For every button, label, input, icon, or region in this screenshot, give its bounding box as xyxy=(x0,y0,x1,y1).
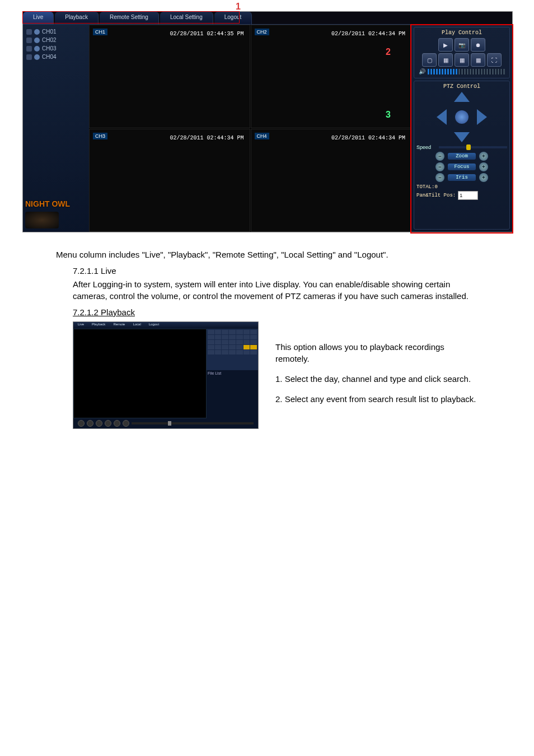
camera-timestamp: 02/28/2011 02:44:34 PM xyxy=(331,135,405,141)
dvr-live-screenshot: 1 Live Playback Remote Setting Local Set… xyxy=(22,11,513,232)
thumb-menu: LivePlaybackRemoteLocalLogout xyxy=(73,322,258,329)
ptz-right-button[interactable] xyxy=(477,109,487,125)
thumb-calendar xyxy=(207,329,258,370)
ptz-down-button[interactable] xyxy=(454,132,470,142)
camera-label: CH4 xyxy=(255,133,269,139)
tab-playback[interactable]: Playback xyxy=(55,12,99,24)
iris-label: Iris xyxy=(448,174,476,181)
ptz-up-button[interactable] xyxy=(454,92,470,102)
record-icon xyxy=(26,38,32,43)
thumb-file-list: File List xyxy=(207,370,258,418)
channel-item[interactable]: CH01 xyxy=(25,28,87,35)
channel-item[interactable]: CH04 xyxy=(25,53,87,60)
ptz-control-panel: PTZ Control Speed − Zoom xyxy=(414,81,510,230)
camera-view[interactable]: CH3 02/28/2011 02:44:34 PM xyxy=(89,129,250,232)
camera-view[interactable]: CH1 02/28/2011 02:44:35 PM xyxy=(89,25,250,128)
layout-1-button[interactable]: ▢ xyxy=(422,53,437,67)
menu-description: Menu column includes "Live", "Playback",… xyxy=(56,249,478,260)
panel-title: Play Control xyxy=(416,30,507,36)
status-icon xyxy=(34,29,40,35)
focus-label: Focus xyxy=(448,164,476,170)
tab-live[interactable]: Live xyxy=(23,12,54,24)
pantilt-input[interactable] xyxy=(458,191,478,200)
zoom-out-button[interactable]: − xyxy=(435,152,444,161)
record-icon xyxy=(26,54,32,60)
channel-label: CH03 xyxy=(42,45,57,52)
annotation-number-1: 1 xyxy=(236,2,241,12)
channel-label: CH02 xyxy=(42,37,57,43)
camera-timestamp: 02/28/2011 02:44:34 PM xyxy=(170,135,243,141)
tab-logout[interactable]: Logout xyxy=(214,12,252,24)
thumb-playback-controls xyxy=(73,418,258,428)
panel-title: PTZ Control xyxy=(416,83,507,90)
volume-slider[interactable] xyxy=(428,69,505,74)
iris-close-button[interactable]: − xyxy=(435,173,444,182)
pantilt-label: Pan&Tilt Pos: xyxy=(416,193,456,198)
live-paragraph: After Logging-in to system, system will … xyxy=(73,279,478,302)
channel-sidebar: CH01 CH02 CH03 CH04 xyxy=(23,25,89,232)
section-heading-playback: 7.2.1.2 Playback xyxy=(73,307,478,317)
camera-label: CH1 xyxy=(93,29,107,35)
channel-item[interactable]: CH02 xyxy=(25,36,87,44)
volume-icon: 🔊 xyxy=(419,68,425,74)
layout-9-button[interactable]: ▦ xyxy=(455,53,469,67)
channel-label: CH04 xyxy=(42,54,57,60)
zoom-in-button[interactable]: + xyxy=(479,152,488,161)
status-icon xyxy=(34,38,40,43)
playback-paragraph-2: 1. Select the day, channel and type and … xyxy=(275,373,478,385)
layout-4-button[interactable]: ▦ xyxy=(438,53,453,67)
speed-label: Speed xyxy=(416,144,437,150)
control-sidebar: Play Control ▶ 📷 ⏺ ▢ ▦ ▦ ▦ ⛶ 🔊 xyxy=(411,25,512,232)
status-icon xyxy=(34,46,40,52)
play-button[interactable]: ▶ xyxy=(438,38,453,52)
thumb-video-area xyxy=(73,329,207,418)
playback-paragraph-1: This option allows you to playback recor… xyxy=(275,341,478,365)
ptz-total: TOTAL:0 xyxy=(416,184,507,190)
play-control-panel: Play Control ▶ 📷 ⏺ ▢ ▦ ▦ ▦ ⛶ 🔊 xyxy=(414,27,510,78)
ptz-direction-pad xyxy=(437,92,487,142)
zoom-label: Zoom xyxy=(448,153,476,160)
annotation-number-2: 2 xyxy=(386,47,391,57)
channel-item[interactable]: CH03 xyxy=(25,45,87,52)
camera-timestamp: 02/28/2011 02:44:35 PM xyxy=(170,31,243,37)
channel-label: CH01 xyxy=(42,29,57,35)
camera-label: CH2 xyxy=(255,29,269,35)
thumb-sidebar: File List xyxy=(207,329,258,418)
brand-logo-image xyxy=(25,212,59,228)
ptz-center-button[interactable] xyxy=(455,110,469,124)
record-icon xyxy=(26,46,32,52)
playback-screenshot: LivePlaybackRemoteLocalLogout File List xyxy=(73,321,259,429)
tab-local-setting[interactable]: Local Setting xyxy=(160,12,213,24)
camera-grid: 2 3 CH1 02/28/2011 02:44:35 PM CH2 02/28… xyxy=(89,25,411,232)
brand-logo-text: NIGHT OWL xyxy=(25,199,87,212)
snapshot-button[interactable]: 📷 xyxy=(455,38,469,52)
record-icon xyxy=(26,29,32,35)
layout-16-button[interactable]: ▦ xyxy=(471,53,485,67)
playback-paragraph-3: 2. Select any event from search result l… xyxy=(275,393,478,405)
section-heading-live: 7.2.1.1 Live xyxy=(73,266,478,276)
tab-remote-setting[interactable]: Remote Setting xyxy=(100,12,159,24)
speed-slider[interactable] xyxy=(439,146,507,148)
annotation-number-3: 3 xyxy=(386,110,391,120)
record-button[interactable]: ⏺ xyxy=(471,38,485,52)
iris-open-button[interactable]: + xyxy=(479,173,488,182)
main-menu: Live Playback Remote Setting Local Setti… xyxy=(23,12,512,25)
camera-view[interactable]: CH4 02/28/2011 02:44:34 PM xyxy=(251,129,412,232)
ptz-left-button[interactable] xyxy=(437,109,447,125)
fullscreen-button[interactable]: ⛶ xyxy=(487,53,502,67)
camera-timestamp: 02/28/2011 02:44:34 PM xyxy=(331,31,405,37)
status-icon xyxy=(34,54,40,60)
focus-out-button[interactable]: − xyxy=(435,162,444,171)
focus-in-button[interactable]: + xyxy=(479,162,488,171)
camera-label: CH3 xyxy=(93,133,107,139)
